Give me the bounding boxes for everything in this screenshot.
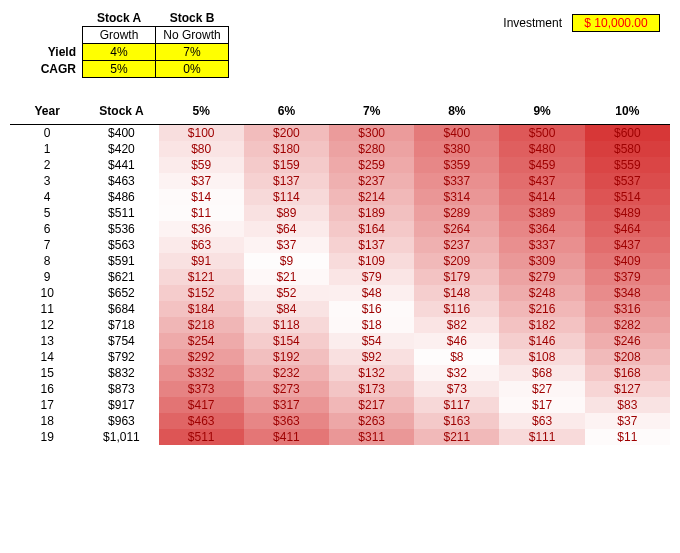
diff-cell: $216 <box>499 301 584 317</box>
diff-cell: $168 <box>585 365 670 381</box>
diff-cell: $9 <box>244 253 329 269</box>
diff-cell: $192 <box>244 349 329 365</box>
diff-cell: $137 <box>244 173 329 189</box>
diff-cell: $68 <box>499 365 584 381</box>
investment-label: Investment <box>503 16 562 30</box>
diff-cell: $32 <box>414 365 499 381</box>
year-cell: 2 <box>10 157 84 173</box>
diff-cell: $64 <box>244 221 329 237</box>
year-cell: 10 <box>10 285 84 301</box>
diff-cell: $164 <box>329 221 414 237</box>
investment-value[interactable]: $ 10,000.00 <box>572 14 660 32</box>
diff-cell: $63 <box>499 413 584 429</box>
diff-cell: $437 <box>585 237 670 253</box>
diff-cell: $511 <box>159 429 244 445</box>
diff-cell: $264 <box>414 221 499 237</box>
diff-cell: $63 <box>159 237 244 253</box>
diff-cell: $89 <box>244 205 329 221</box>
stock-b-yield[interactable]: 7% <box>156 44 229 61</box>
diff-cell: $292 <box>159 349 244 365</box>
diff-cell: $84 <box>244 301 329 317</box>
stock-a-cell: $652 <box>84 285 158 301</box>
diff-cell: $316 <box>585 301 670 317</box>
diff-cell: $118 <box>244 317 329 333</box>
diff-cell: $211 <box>414 429 499 445</box>
diff-cell: $111 <box>499 429 584 445</box>
diff-cell: $91 <box>159 253 244 269</box>
stock-a-cell: $486 <box>84 189 158 205</box>
diff-cell: $217 <box>329 397 414 413</box>
yield-label: Yield <box>10 44 83 61</box>
diff-cell: $237 <box>414 237 499 253</box>
diff-cell: $200 <box>244 125 329 142</box>
diff-cell: $11 <box>159 205 244 221</box>
year-cell: 18 <box>10 413 84 429</box>
table-row: 13$754$254$154$54$46$146$246 <box>10 333 670 349</box>
diff-cell: $600 <box>585 125 670 142</box>
stock-a-cell: $963 <box>84 413 158 429</box>
diff-cell: $414 <box>499 189 584 205</box>
stock-a-cell: $832 <box>84 365 158 381</box>
stock-a-cell: $463 <box>84 173 158 189</box>
diff-cell: $337 <box>414 173 499 189</box>
diff-cell: $92 <box>329 349 414 365</box>
diff-cell: $21 <box>244 269 329 285</box>
table-row: 5$511$11$89$189$289$389$489 <box>10 205 670 221</box>
diff-cell: $273 <box>244 381 329 397</box>
col-year: Year <box>10 98 84 125</box>
diff-cell: $117 <box>414 397 499 413</box>
diff-cell: $363 <box>244 413 329 429</box>
diff-cell: $36 <box>159 221 244 237</box>
stock-a-cell: $1,011 <box>84 429 158 445</box>
col-5pct: 5% <box>159 98 244 125</box>
diff-cell: $180 <box>244 141 329 157</box>
diff-cell: $52 <box>244 285 329 301</box>
diff-cell: $179 <box>414 269 499 285</box>
diff-cell: $389 <box>499 205 584 221</box>
diff-cell: $208 <box>585 349 670 365</box>
cagr-label: CAGR <box>10 61 83 78</box>
stock-b-cagr[interactable]: 0% <box>156 61 229 78</box>
table-row: 6$536$36$64$164$264$364$464 <box>10 221 670 237</box>
col-8pct: 8% <box>414 98 499 125</box>
diff-cell: $116 <box>414 301 499 317</box>
table-row: 10$652$152$52$48$148$248$348 <box>10 285 670 301</box>
year-cell: 15 <box>10 365 84 381</box>
diff-cell: $311 <box>329 429 414 445</box>
col-stock-a: Stock A <box>84 98 158 125</box>
diff-cell: $317 <box>244 397 329 413</box>
diff-cell: $152 <box>159 285 244 301</box>
diff-cell: $17 <box>499 397 584 413</box>
diff-cell: $417 <box>159 397 244 413</box>
investment-panel: Investment $ 10,000.00 <box>503 10 670 32</box>
stock-a-yield[interactable]: 4% <box>83 44 156 61</box>
stock-a-cell: $563 <box>84 237 158 253</box>
diff-cell: $100 <box>159 125 244 142</box>
table-row: 11$684$184$84$16$116$216$316 <box>10 301 670 317</box>
diff-cell: $464 <box>585 221 670 237</box>
diff-cell: $148 <box>414 285 499 301</box>
diff-cell: $114 <box>244 189 329 205</box>
diff-cell: $108 <box>499 349 584 365</box>
stock-a-cagr[interactable]: 5% <box>83 61 156 78</box>
diff-cell: $463 <box>159 413 244 429</box>
diff-cell: $280 <box>329 141 414 157</box>
year-cell: 16 <box>10 381 84 397</box>
diff-cell: $411 <box>244 429 329 445</box>
table-row: 3$463$37$137$237$337$437$537 <box>10 173 670 189</box>
diff-cell: $46 <box>414 333 499 349</box>
diff-cell: $559 <box>585 157 670 173</box>
diff-cell: $263 <box>329 413 414 429</box>
col-10pct: 10% <box>585 98 670 125</box>
year-cell: 5 <box>10 205 84 221</box>
table-row: 0$400$100$200$300$400$500$600 <box>10 125 670 142</box>
diff-cell: $379 <box>585 269 670 285</box>
diff-cell: $146 <box>499 333 584 349</box>
table-row: 19$1,011$511$411$311$211$111$11 <box>10 429 670 445</box>
diff-cell: $59 <box>159 157 244 173</box>
diff-cell: $400 <box>414 125 499 142</box>
diff-cell: $184 <box>159 301 244 317</box>
year-cell: 12 <box>10 317 84 333</box>
diff-cell: $37 <box>159 173 244 189</box>
diff-cell: $214 <box>329 189 414 205</box>
